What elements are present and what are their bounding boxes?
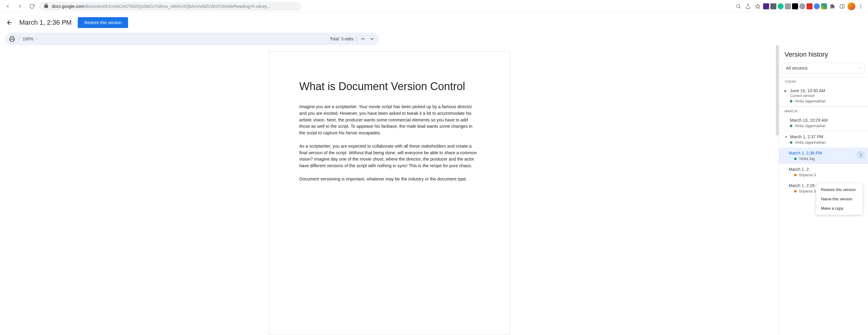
page-header: March 1, 2:36 PM Restore this version	[0, 13, 868, 33]
svg-point-5	[861, 4, 861, 5]
version-timestamp: March 13, 10:29 AM	[790, 118, 828, 123]
context-restore-version[interactable]: Restore this version	[816, 185, 863, 194]
svg-rect-8	[10, 39, 13, 41]
prev-edit-button[interactable]	[360, 36, 366, 42]
share-icon[interactable]	[744, 2, 752, 10]
section-label-march: MARCH	[779, 107, 868, 115]
scrollbar-thumb[interactable]	[776, 45, 779, 136]
version-entry[interactable]: ▼ March 1, 2:37 PM Vinita Jagannathan	[779, 131, 868, 147]
svg-point-7	[861, 7, 861, 8]
extension-icon[interactable]	[770, 3, 776, 9]
edits-count-label: Total: 3 edits	[330, 36, 353, 41]
zoom-icon[interactable]	[734, 2, 743, 10]
document-title: What is Document Version Control	[299, 80, 479, 93]
expand-caret-icon[interactable]: ▶	[784, 89, 787, 93]
expand-caret-icon[interactable]: ▼	[784, 135, 787, 139]
version-entry[interactable]: ▶ June 19, 10:30 AM Current version Vini…	[779, 85, 868, 107]
toolbar-divider	[356, 36, 357, 42]
secondary-toolbar: 100% Total: 3 edits	[5, 33, 379, 45]
author-color-dot	[790, 125, 792, 127]
svg-point-6	[861, 6, 861, 7]
author-color-dot	[790, 141, 792, 144]
svg-rect-3	[840, 4, 844, 8]
browser-toolbar: docs.google.com/document/d/1m4ACASTkNSQo…	[0, 0, 868, 13]
filter-label: All versions	[786, 66, 808, 70]
version-more-actions-button[interactable]	[857, 150, 865, 159]
toolbar-divider	[19, 36, 19, 42]
author-color-dot	[794, 158, 797, 160]
browser-back-button[interactable]	[3, 1, 13, 11]
sidepanel-icon[interactable]	[838, 2, 846, 10]
author-color-dot	[794, 174, 797, 176]
profile-avatar[interactable]	[847, 2, 855, 10]
section-label-today: TODAY	[779, 77, 868, 85]
version-history-sidebar: Version history All versions TODAY ▶ Jun…	[779, 45, 868, 335]
extension-icon[interactable]	[785, 3, 791, 9]
url-text: docs.google.com/document/d/1m4ACASTkNSQo…	[52, 4, 270, 9]
document-paragraph: As a scriptwriter, you are expected to c…	[299, 143, 479, 169]
extensions-menu-icon[interactable]	[828, 2, 837, 10]
extension-icon[interactable]	[799, 3, 805, 9]
zoom-value: 100%	[23, 36, 33, 41]
svg-point-10	[861, 155, 861, 155]
svg-point-9	[861, 153, 861, 154]
document-paragraph: Imagine you are a scriptwriter. Your mov…	[299, 104, 479, 136]
extension-icon[interactable]	[814, 3, 820, 9]
url-bar[interactable]: docs.google.com/document/d/1m4ACASTkNSQo…	[39, 2, 301, 11]
document-paragraph: Document versioning is important, whatev…	[299, 176, 479, 182]
svg-point-11	[861, 156, 861, 156]
author-color-dot	[794, 190, 797, 193]
lock-icon	[43, 3, 49, 9]
version-entry[interactable]: March 1, 2: Sriparna S	[779, 164, 868, 180]
extension-icon[interactable]	[807, 3, 812, 9]
author-color-dot	[790, 100, 792, 102]
author-name: Vinita Jagannathan	[795, 99, 826, 103]
drive-icon[interactable]	[821, 3, 827, 9]
chevron-down-icon	[35, 37, 38, 40]
document-viewport: What is Document Version Control Imagine…	[0, 45, 779, 335]
sidebar-title: Version history	[779, 45, 868, 63]
author-name: Sriparna S	[799, 173, 816, 177]
author-name: Vinita Jag	[799, 157, 815, 161]
version-timestamp: June 19, 10:30 AM	[790, 88, 825, 93]
next-edit-button[interactable]	[369, 36, 375, 42]
version-filter-dropdown[interactable]: All versions	[782, 63, 865, 73]
svg-point-0	[737, 4, 740, 8]
main-area: What is Document Version Control Imagine…	[0, 45, 868, 335]
print-icon[interactable]	[9, 36, 15, 42]
back-arrow-button[interactable]	[6, 19, 13, 26]
browser-actions	[734, 2, 865, 10]
extension-icon[interactable]	[778, 3, 784, 9]
version-context-menu: Restore this version Name this version M…	[816, 183, 863, 215]
current-version-label: Current version	[790, 94, 863, 98]
svg-marker-2	[755, 4, 760, 8]
extension-icon[interactable]	[763, 3, 769, 9]
version-entry-selected[interactable]: March 1, 2:36 PM Vinita Jag	[779, 147, 868, 164]
version-timestamp-title: March 1, 2:36 PM	[19, 19, 72, 27]
context-name-version[interactable]: Name this version	[816, 194, 863, 204]
author-name: Vinita Jagannathan	[795, 124, 826, 128]
restore-version-button[interactable]: Restore this version	[78, 17, 128, 28]
browser-reload-button[interactable]	[27, 1, 37, 11]
zoom-dropdown[interactable]: 100%	[23, 36, 38, 41]
chevron-down-icon	[858, 67, 861, 70]
version-timestamp: March 1, 2:37 PM	[790, 134, 824, 139]
author-name: Vinita Jagannathan	[795, 140, 826, 144]
version-entry[interactable]: March 13, 10:29 AM Vinita Jagannathan	[779, 115, 868, 131]
context-make-copy[interactable]: Make a copy	[816, 204, 863, 213]
chrome-menu-icon[interactable]	[857, 2, 865, 10]
document-page: What is Document Version Control Imagine…	[269, 51, 510, 335]
bookmark-icon[interactable]	[753, 2, 762, 10]
version-timestamp: March 1, 2:	[789, 167, 810, 172]
version-timestamp: March 1, 2:36 PM	[789, 150, 822, 156]
extension-icon[interactable]	[792, 3, 798, 9]
browser-forward-button[interactable]	[15, 1, 25, 11]
